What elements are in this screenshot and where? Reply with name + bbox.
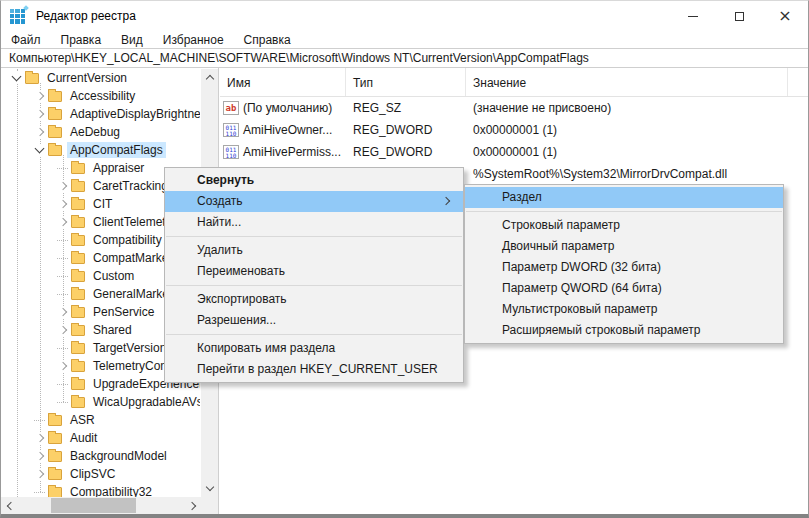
- registry-value-row[interactable]: (По умолчанию)REG_SZ(значение не присвое…: [220, 97, 808, 119]
- menubar-item[interactable]: Справка: [234, 33, 301, 47]
- column-header[interactable]: Значение: [466, 68, 788, 96]
- folder-icon: [48, 127, 62, 138]
- context-menu-item[interactable]: Разрешения...: [165, 310, 463, 331]
- folder-icon: [71, 307, 85, 318]
- close-button[interactable]: ×: [762, 1, 808, 31]
- context-menu-item[interactable]: Удалить: [165, 240, 463, 261]
- chevron-right-icon[interactable]: [57, 324, 69, 336]
- folder-icon: [48, 469, 62, 480]
- tree-item-label: PenService: [90, 304, 157, 320]
- menu-separator: [166, 334, 462, 335]
- tree-item[interactable]: BackgroundModel: [1, 447, 200, 465]
- tree-item-label: WicaUpgradableAVs: [90, 394, 200, 410]
- context-menu-item[interactable]: Создать: [165, 191, 463, 212]
- chevron-down-icon[interactable]: [34, 144, 46, 156]
- context-menu-item[interactable]: Копировать имя раздела: [165, 338, 463, 359]
- submenu-item[interactable]: Расширяемый строковый параметр: [465, 320, 783, 341]
- value-data-cell: 0x00000001 (1): [466, 123, 808, 137]
- chevron-right-icon[interactable]: [34, 468, 46, 480]
- scroll-right-arrow-icon[interactable]: [185, 497, 202, 514]
- context-menu: СвернутьСоздатьНайти...УдалитьПереименов…: [164, 167, 464, 383]
- tree-item-label: CompatMarker: [90, 250, 175, 266]
- tree-connector: [57, 270, 69, 282]
- tree-item-label: AdaptiveDisplayBrightne: [67, 106, 200, 122]
- submenu-item[interactable]: Параметр QWORD (64 бита): [465, 278, 783, 299]
- menubar-item[interactable]: Вид: [111, 33, 153, 47]
- chevron-right-icon[interactable]: [34, 126, 46, 138]
- chevron-right-icon[interactable]: [34, 108, 46, 120]
- tree-item[interactable]: AeDebug: [1, 123, 200, 141]
- tree-item[interactable]: Accessibility: [1, 87, 200, 105]
- scrollbar-corner: [201, 497, 218, 514]
- folder-icon: [48, 433, 62, 444]
- tree-item[interactable]: AdaptiveDisplayBrightne: [1, 105, 200, 123]
- tree-item[interactable]: AppCompatFlags: [1, 141, 200, 159]
- context-menu-item[interactable]: Перейти в раздел HKEY_CURRENT_USER: [165, 359, 463, 380]
- submenu-item[interactable]: Строковый параметр: [465, 215, 783, 236]
- folder-icon: [71, 199, 85, 210]
- value-name: (По умолчанию): [243, 101, 332, 115]
- chevron-right-icon[interactable]: [34, 90, 46, 102]
- value-name-cell: AmiHivePermiss...: [220, 145, 346, 159]
- value-data-cell: (значение не присвоено): [466, 101, 808, 115]
- column-header[interactable]: Имя: [220, 68, 346, 96]
- minimize-button[interactable]: [670, 1, 716, 31]
- scroll-up-arrow-icon[interactable]: [201, 69, 218, 86]
- maximize-button[interactable]: [716, 1, 762, 31]
- tree-connector: [57, 162, 69, 174]
- folder-icon: [71, 253, 85, 264]
- chevron-right-icon[interactable]: [57, 198, 69, 210]
- scroll-down-arrow-icon[interactable]: [201, 480, 218, 497]
- tree-item-label: Accessibility: [67, 88, 138, 104]
- folder-icon: [71, 217, 85, 228]
- tree-horizontal-scrollbar[interactable]: [1, 497, 202, 514]
- chevron-down-icon[interactable]: [11, 72, 23, 84]
- chevron-right-icon[interactable]: [57, 180, 69, 192]
- tree-item-label: Custom: [90, 268, 137, 284]
- horizontal-scroll-thumb[interactable]: [51, 498, 136, 513]
- tree-connector: [57, 288, 69, 300]
- tree-connector: [34, 486, 46, 497]
- value-data-cell: 0x00000001 (1): [466, 145, 808, 159]
- folder-icon: [71, 289, 85, 300]
- address-bar[interactable]: Компьютер\HKEY_LOCAL_MACHINE\SOFTWARE\Mi…: [1, 48, 808, 68]
- folder-icon: [71, 325, 85, 336]
- menu-bar: ФайлПравкаВидИзбранноеСправка: [1, 31, 808, 48]
- registry-value-row[interactable]: AmiHivePermiss...REG_DWORD0x00000001 (1): [220, 141, 808, 163]
- tree-item[interactable]: CurrentVersion: [1, 69, 200, 87]
- tree-item[interactable]: Audit: [1, 429, 200, 447]
- menubar-item[interactable]: Правка: [51, 33, 112, 47]
- context-menu-item[interactable]: Экспортировать: [165, 289, 463, 310]
- tree-item[interactable]: Compatibility32: [1, 483, 200, 497]
- column-header-filler: [788, 68, 808, 96]
- context-menu-item[interactable]: Найти...: [165, 212, 463, 233]
- string-value-icon: [223, 101, 239, 115]
- chevron-right-icon[interactable]: [57, 360, 69, 372]
- chevron-right-icon[interactable]: [57, 306, 69, 318]
- submenu-item[interactable]: Раздел: [465, 187, 783, 208]
- tree-item-label: CIT: [90, 196, 115, 212]
- folder-icon: [48, 145, 62, 156]
- column-header[interactable]: Тип: [346, 68, 466, 96]
- submenu-item[interactable]: Двоичный параметр: [465, 236, 783, 257]
- registry-value-row[interactable]: AmiHiveOwner...REG_DWORD0x00000001 (1): [220, 119, 808, 141]
- tree-item-label: ASR: [67, 412, 98, 428]
- tree-item-label: Audit: [67, 430, 100, 446]
- chevron-right-icon[interactable]: [34, 432, 46, 444]
- context-menu-item[interactable]: Переименовать: [165, 261, 463, 282]
- submenu-item[interactable]: Параметр DWORD (32 бита): [465, 257, 783, 278]
- tree-item[interactable]: WicaUpgradableAVs: [1, 393, 200, 411]
- chevron-right-icon[interactable]: [57, 216, 69, 228]
- scroll-left-arrow-icon[interactable]: [1, 497, 18, 514]
- tree-item[interactable]: ClipSVC: [1, 465, 200, 483]
- tree-connector: [57, 396, 69, 408]
- folder-icon: [71, 397, 85, 408]
- context-menu-item[interactable]: Свернуть: [165, 170, 463, 191]
- menubar-item[interactable]: Избранное: [153, 33, 234, 47]
- tree-item[interactable]: ASR: [1, 411, 200, 429]
- submenu-item[interactable]: Мультистроковый параметр: [465, 299, 783, 320]
- value-name: AmiHivePermiss...: [243, 145, 341, 159]
- folder-icon: [71, 235, 85, 246]
- chevron-right-icon[interactable]: [34, 450, 46, 462]
- menubar-item[interactable]: Файл: [1, 33, 51, 47]
